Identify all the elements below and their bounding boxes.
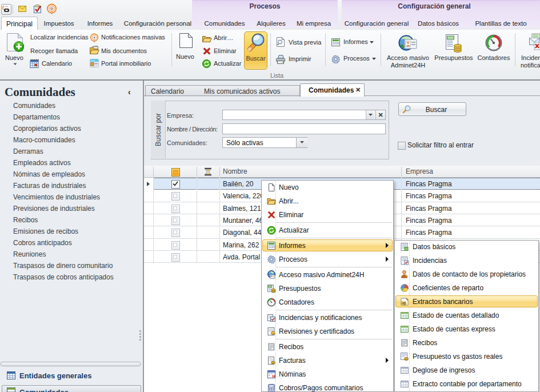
- svg-text:H: H: [273, 374, 275, 378]
- svg-text:43: 43: [402, 302, 406, 305]
